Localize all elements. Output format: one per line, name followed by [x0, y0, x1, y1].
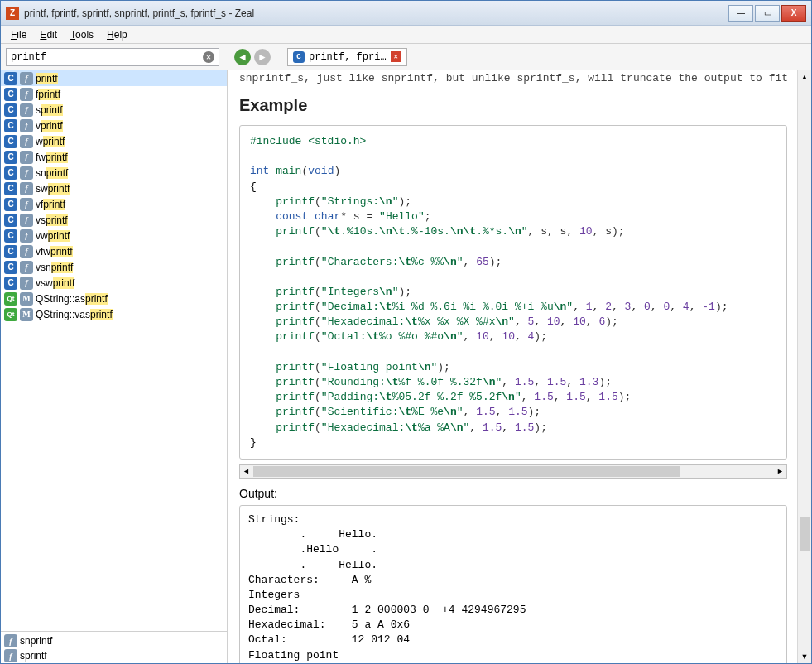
f-badge-icon: f [20, 151, 33, 164]
example-heading: Example [239, 96, 787, 115]
menubar: FileEditToolsHelp [1, 26, 811, 44]
code-example: #include <stdio.h> int main(void) { prin… [239, 125, 787, 460]
result-label: swprintf [36, 183, 70, 195]
search-result-item[interactable]: Cfwprintf [1, 133, 227, 149]
search-result-item[interactable]: Cfvprintf [1, 118, 227, 133]
result-label: vsprintf [36, 214, 68, 226]
search-result-item[interactable]: QtMQString::vasprintf [1, 306, 227, 322]
menu-edit[interactable]: Edit [33, 27, 64, 42]
c-badge-icon: C [4, 245, 17, 258]
c-badge-icon: C [4, 88, 17, 101]
f-badge-icon: f [20, 261, 33, 274]
tab-label: printf, fpri… [309, 51, 387, 63]
qt-badge-icon: Qt [4, 292, 17, 306]
search-result-item[interactable]: Cfprintf [1, 70, 227, 86]
search-result-item[interactable]: Cffwprintf [1, 149, 227, 165]
search-result-item[interactable]: Cfvfprintf [1, 196, 227, 212]
result-label: QString::asprintf [36, 293, 108, 305]
scrollbar-thumb[interactable] [800, 517, 810, 551]
search-result-item[interactable]: fsnprintf [1, 633, 227, 648]
search-input[interactable] [11, 51, 203, 63]
result-label: snprintf [36, 167, 68, 179]
scroll-right-icon[interactable]: ► [774, 465, 786, 478]
titlebar[interactable]: Z printf, fprintf, sprintf, snprintf, pr… [1, 1, 811, 26]
search-result-item[interactable]: Cfvsprintf [1, 212, 227, 228]
qt-badge-icon: Qt [4, 308, 17, 321]
clear-search-icon[interactable]: ✕ [203, 51, 214, 63]
f-badge-icon: f [20, 198, 33, 211]
f-badge-icon: f [20, 166, 33, 180]
vertical-scrollbar[interactable]: ▲ ▼ [797, 70, 811, 663]
c-badge-icon: C [4, 198, 17, 211]
scroll-down-icon[interactable]: ▼ [798, 650, 811, 663]
tab-close-icon[interactable]: ✕ [391, 51, 401, 62]
c-badge-icon: C [4, 182, 17, 195]
result-label: vfprintf [36, 199, 65, 210]
menu-file[interactable]: File [4, 27, 33, 42]
code-horizontal-scrollbar[interactable]: ◄ ► [239, 464, 787, 479]
toolbar: ✕ ◄ ► Cprintf, fpri…✕ [1, 44, 811, 70]
f-badge-icon: f [20, 182, 33, 195]
m-badge-icon: M [20, 292, 33, 306]
scroll-left-icon[interactable]: ◄ [240, 465, 252, 478]
c-badge-icon: C [4, 119, 17, 132]
result-label: sprintf [20, 650, 47, 662]
search-result-item[interactable]: Cfvsnprintf [1, 259, 227, 275]
result-label: vsnprintf [36, 262, 73, 273]
scrollbar-thumb[interactable] [253, 466, 680, 477]
c-badge-icon: C [4, 151, 17, 164]
output-box: Strings: . Hello. .Hello . . Hello. Char… [239, 505, 787, 663]
minimize-button[interactable]: — [728, 5, 753, 22]
result-label: fwprintf [36, 152, 68, 163]
c-badge-icon: C [4, 103, 17, 117]
result-label: QString::vasprintf [36, 309, 113, 320]
f-badge-icon: f [20, 135, 33, 148]
maximize-button[interactable]: ▭ [755, 5, 780, 22]
sidebar: CfprintfCffprintfCfsprintfCfvprintfCfwpr… [1, 70, 228, 663]
f-badge-icon: f [20, 245, 33, 258]
result-label: vprintf [36, 120, 63, 132]
result-label: vwprintf [36, 230, 70, 242]
document-view: snprintf_s, just like snprintf, but unli… [228, 70, 797, 663]
f-badge-icon: f [20, 103, 33, 117]
c-badge-icon: C [4, 166, 17, 180]
menu-tools[interactable]: Tools [64, 27, 100, 42]
result-label: sprintf [36, 104, 63, 116]
search-result-item[interactable]: Cfswprintf [1, 180, 227, 196]
nav-back-button[interactable]: ◄ [234, 49, 251, 65]
m-badge-icon: M [20, 308, 33, 321]
nav-forward-button[interactable]: ► [254, 49, 271, 65]
search-result-item[interactable]: fsprintf [1, 648, 227, 663]
c-badge-icon: C [4, 261, 17, 274]
close-button[interactable]: X [781, 5, 806, 22]
f-badge-icon: f [20, 214, 33, 227]
f-badge-icon: f [4, 649, 17, 662]
f-badge-icon: f [20, 88, 33, 101]
search-result-item[interactable]: Cfvwprintf [1, 228, 227, 243]
search-result-item[interactable]: Cfvfwprintf [1, 243, 227, 259]
app-icon: Z [6, 7, 19, 20]
result-label: vfwprintf [36, 246, 73, 257]
search-result-item[interactable]: Cfvswprintf [1, 275, 227, 291]
output-label: Output: [239, 487, 787, 500]
doc-tab[interactable]: Cprintf, fpri…✕ [287, 48, 407, 66]
result-label: printf [36, 73, 58, 84]
c-badge-icon: C [4, 72, 17, 85]
window-title: printf, fprintf, sprintf, snprintf, prin… [24, 7, 728, 19]
search-result-item[interactable]: Cffprintf [1, 86, 227, 102]
search-result-item[interactable]: QtMQString::asprintf [1, 291, 227, 306]
search-result-item[interactable]: Cfsnprintf [1, 165, 227, 180]
menu-help[interactable]: Help [100, 27, 134, 42]
f-badge-icon: f [20, 72, 33, 85]
search-result-item[interactable]: Cfsprintf [1, 102, 227, 118]
search-box: ✕ [6, 48, 219, 66]
c-badge-icon: C [4, 214, 17, 227]
result-label: wprintf [36, 136, 65, 147]
f-badge-icon: f [4, 634, 17, 647]
tab-docset-icon: C [293, 51, 305, 63]
c-badge-icon: C [4, 229, 17, 243]
see-also-pane: fsnprintffsprintf [1, 631, 227, 663]
f-badge-icon: f [20, 277, 33, 290]
scroll-up-icon[interactable]: ▲ [798, 70, 811, 84]
f-badge-icon: f [20, 119, 33, 132]
